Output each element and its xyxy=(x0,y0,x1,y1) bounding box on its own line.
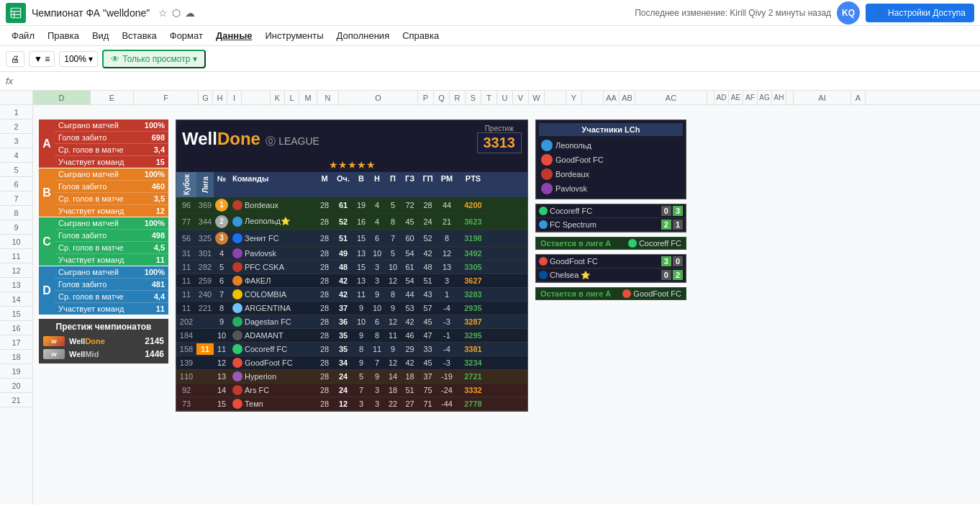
group-b: B Сыграно матчей100% Голов забито460 Ср.… xyxy=(39,168,168,217)
wellmid-logo: W xyxy=(43,349,65,359)
view-only-button[interactable]: 👁 Только просмотр ▾ xyxy=(102,50,206,68)
participant-name: Pavlovsk xyxy=(555,184,587,193)
access-button[interactable]: 👤 Настройки Доступа xyxy=(866,4,974,22)
playoff-score: 3 0 xyxy=(661,256,683,266)
team-name: Chelsea ⭐ xyxy=(550,271,591,280)
team-name: Темп xyxy=(245,399,263,408)
col-header-p[interactable]: P xyxy=(418,91,434,104)
team-icon xyxy=(232,371,242,381)
participant-row: GoodFoot FC xyxy=(539,153,683,167)
stat-row: Ср. голов в матче3,5 xyxy=(55,193,168,205)
playoff-score: 2 1 xyxy=(661,220,683,230)
th-pts: Оч. xyxy=(333,172,353,197)
menu-edit[interactable]: Правка xyxy=(42,29,85,42)
person-icon: 👤 xyxy=(874,8,885,18)
group-a-stats: Сыграно матчей100% Голов забито698 Ср. г… xyxy=(55,119,168,168)
row-num-7: 7 xyxy=(0,191,32,206)
col-header-ah[interactable]: AH xyxy=(772,91,786,104)
col-header-v[interactable]: V xyxy=(513,91,529,104)
col-header-ad[interactable]: AD xyxy=(714,91,729,104)
menu-insert[interactable]: Вставка xyxy=(116,29,162,42)
col-header-a[interactable]: A xyxy=(851,91,866,104)
col-header-ab[interactable]: AB xyxy=(620,91,635,104)
col-header-l[interactable]: L xyxy=(285,91,299,104)
prestige-value-2: 1446 xyxy=(145,349,164,359)
group-d-label: D xyxy=(39,266,55,315)
col-header-n[interactable]: N xyxy=(317,91,339,104)
table-row: 11 221 8 ARGENTINA 28 37 9 10 9 53 57 -4… xyxy=(176,302,527,315)
col-header-af[interactable]: AF xyxy=(743,91,758,104)
col-header-y[interactable]: Y xyxy=(566,91,582,104)
menu-addons[interactable]: Дополнения xyxy=(331,29,396,42)
team-name: Pavlovsk xyxy=(245,249,276,258)
row-num-6: 6 xyxy=(0,177,32,191)
cells-area: A Сыграно матчей100% Голов забито698 Ср.… xyxy=(33,105,980,505)
row-num-17: 17 xyxy=(0,335,32,350)
col-header-f[interactable]: F xyxy=(134,91,199,104)
team-name: FC Spectrum xyxy=(550,220,596,229)
prestige-name-1: WellDone xyxy=(69,337,140,345)
filter-button[interactable]: ▼ ≡ xyxy=(29,51,55,67)
menu-data[interactable]: Данные xyxy=(210,29,258,42)
team-icon xyxy=(232,233,242,243)
score-box-win: 2 xyxy=(661,220,671,230)
col-header-s[interactable]: S xyxy=(466,91,481,104)
print-button[interactable]: 🖨 xyxy=(6,51,24,67)
col-header-o[interactable]: O xyxy=(339,91,418,104)
menu-format[interactable]: Формат xyxy=(164,29,209,42)
pts-value: 3295 xyxy=(457,330,489,341)
team-name: Зенит FC xyxy=(245,234,279,243)
cloud-icon[interactable]: ☁ xyxy=(185,7,195,19)
team-name: Dagestan FC xyxy=(245,317,291,326)
stay-label-2: Остается в лиге А GoodFoot FC xyxy=(535,287,686,300)
col-header-k[interactable]: K xyxy=(271,91,285,104)
view-only-label: Только просмотр xyxy=(122,54,190,64)
folder-icon[interactable]: ⬡ xyxy=(172,7,181,19)
col-header-aa[interactable]: AA xyxy=(604,91,620,104)
menu-view[interactable]: Вид xyxy=(86,29,115,42)
zoom-select[interactable]: 100% ▾ xyxy=(59,51,98,67)
col-header-w[interactable]: W xyxy=(529,91,545,104)
col-header-g[interactable]: G xyxy=(199,91,213,104)
col-header-m[interactable]: M xyxy=(299,91,317,104)
th-score: PTS xyxy=(457,172,489,197)
league-logo: WellDone ⓪ LEAGUE xyxy=(182,129,319,149)
team-icon xyxy=(622,289,631,298)
pos-badge-3: 3 xyxy=(215,232,228,245)
main-content: A Сыграно матчей100% Голов забито698 Ср.… xyxy=(33,105,980,417)
th-num: № xyxy=(214,172,230,197)
stay-text-2: Остается в лиге А xyxy=(540,289,611,298)
menu-tools[interactable]: Инструменты xyxy=(259,29,329,42)
participant-row: Леопольд xyxy=(539,138,683,153)
col-header-ag[interactable]: AG xyxy=(758,91,772,104)
pos-badge-2: 2 xyxy=(215,215,228,228)
stat-row: Сыграно матчей100% xyxy=(55,217,168,230)
avatar[interactable]: KQ xyxy=(837,1,860,24)
team-name: COLOMBIA xyxy=(245,290,286,299)
col-header-h[interactable]: H xyxy=(213,91,227,104)
league-subtitle: ⓪ LEAGUE xyxy=(266,135,319,147)
table-row: 96 369 1 Bordeaux 28 61 19 4 5 72 28 44 … xyxy=(176,197,527,214)
menu-file[interactable]: Файл xyxy=(6,29,40,42)
col-header-u[interactable]: U xyxy=(497,91,513,104)
playoff-row: GoodFoot FC 3 0 xyxy=(536,255,686,268)
col-header-i[interactable]: I xyxy=(227,91,242,104)
team-icon xyxy=(232,248,242,258)
col-header-ae[interactable]: AE xyxy=(729,91,743,104)
col-header-q[interactable]: Q xyxy=(434,91,450,104)
col-header-t[interactable]: T xyxy=(481,91,497,104)
prestige-block: Престиж чемпионатов W WellDone 2145 W We… xyxy=(39,319,168,363)
stat-row: Голов забито698 xyxy=(55,132,168,144)
col-header-r[interactable]: R xyxy=(450,91,466,104)
table-row: 73 15 Темп 28 12 3 3 22 27 71 -44 2778 xyxy=(176,397,527,411)
chevron-down-icon: ▾ xyxy=(193,54,197,64)
menu-help[interactable]: Справка xyxy=(396,29,445,42)
row-num-21: 21 xyxy=(0,393,32,407)
access-button-label: Настройки Доступа xyxy=(888,8,966,18)
team-icon xyxy=(232,399,242,409)
col-header-ac[interactable]: AC xyxy=(635,91,707,104)
col-header-ai[interactable]: AI xyxy=(794,91,851,104)
star-icon[interactable]: ☆ xyxy=(158,7,168,19)
col-header-d[interactable]: D xyxy=(33,91,91,104)
col-header-e[interactable]: E xyxy=(91,91,134,104)
